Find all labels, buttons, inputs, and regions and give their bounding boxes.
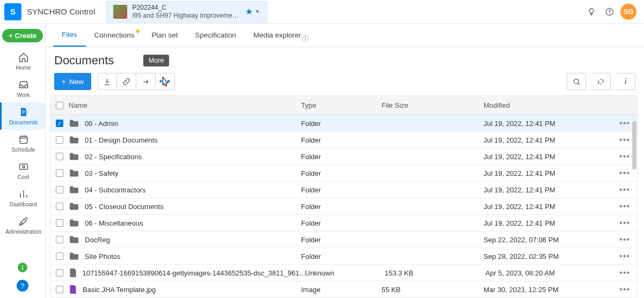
row-type: Folder <box>301 136 382 144</box>
svg-rect-5 <box>20 136 27 143</box>
row-type: Image <box>301 286 382 294</box>
folder-icon <box>69 169 79 177</box>
row-modified: Jul 19, 2022, 12:41 PM <box>484 153 612 161</box>
sidebar-item-schedule[interactable]: Schedule <box>0 130 45 157</box>
svg-rect-4 <box>21 113 24 114</box>
folder-icon <box>69 185 79 194</box>
sidebar-item-label: Schedule <box>12 146 35 153</box>
row-more-button[interactable]: ••• <box>619 135 630 145</box>
table-row[interactable]: 05 - Closeout DocumentsFolderJul 19, 202… <box>50 198 637 215</box>
row-checkbox[interactable] <box>56 186 63 193</box>
row-checkbox[interactable] <box>56 153 63 160</box>
row-checkbox[interactable] <box>56 236 63 243</box>
row-checkbox[interactable] <box>56 219 63 227</box>
create-button[interactable]: + Create <box>2 29 43 42</box>
download-button[interactable] <box>98 73 117 90</box>
sidebar-item-home[interactable]: Home <box>0 48 45 75</box>
row-checkbox[interactable] <box>56 252 63 260</box>
row-type: Folder <box>301 120 382 128</box>
link-icon <box>122 78 130 86</box>
sidebar-item-documents[interactable]: Documents <box>0 102 45 130</box>
row-more-button[interactable]: ••• <box>619 285 630 294</box>
table-row[interactable]: DocRegFolderSep 22, 2022, 07:06 PM••• <box>50 232 637 248</box>
table-row[interactable]: 06 - MiscellaneousFolderJul 19, 2022, 12… <box>50 215 637 232</box>
table-row[interactable]: 02 - SpecificationsFolderJul 19, 2022, 1… <box>50 148 637 165</box>
sidebar-item-dashboard[interactable]: Dashboard <box>0 184 45 212</box>
lightbulb-icon[interactable] <box>584 4 599 19</box>
col-size[interactable]: File Size <box>382 101 484 109</box>
scrollbar[interactable] <box>632 121 636 169</box>
table-row[interactable]: Site PhotosFolderSep 28, 2022, 02:35 PM•… <box>50 248 637 265</box>
plus-icon: + <box>9 32 13 40</box>
sidebar-item-work[interactable]: Work <box>0 75 45 102</box>
star-icon[interactable]: ★ <box>245 6 253 17</box>
chevron-down-icon[interactable]: ▼ <box>255 9 260 14</box>
row-more-button[interactable]: ••• <box>619 185 630 195</box>
col-modified[interactable]: Modified <box>484 101 612 109</box>
cost-icon <box>18 161 29 172</box>
col-type[interactable]: Type <box>301 101 382 109</box>
tab-planset[interactable]: Plan set <box>143 24 187 47</box>
tab-label: Connections <box>94 31 135 39</box>
row-checkbox[interactable] <box>56 269 63 277</box>
table-row[interactable]: 01 - Design DocumentsFolderJul 19, 2022,… <box>50 132 637 148</box>
file-icon <box>69 267 77 278</box>
sidebar-item-administration[interactable]: Administration <box>0 212 45 239</box>
row-checkbox[interactable]: ✓ <box>56 120 63 127</box>
sidebar-item-label: Documents <box>9 119 38 125</box>
new-button[interactable]: + New <box>54 73 91 90</box>
row-checkbox[interactable] <box>56 136 63 144</box>
row-checkbox[interactable] <box>56 169 63 177</box>
help-icon[interactable] <box>602 4 617 19</box>
row-more-button[interactable]: ••• <box>619 251 630 261</box>
user-avatar[interactable]: SG <box>620 4 636 20</box>
sidebar-item-label: Work <box>17 92 30 98</box>
col-name[interactable]: Name <box>69 101 301 109</box>
project-description: I95 and SH97 Highway Improvemen... <box>133 12 241 19</box>
app-logo[interactable]: S <box>4 3 21 20</box>
project-selector[interactable]: P202244_C I95 and SH97 Highway Improveme… <box>106 1 267 23</box>
notification-badge[interactable]: 1 <box>18 263 27 272</box>
row-more-button[interactable]: ••• <box>619 152 630 161</box>
calendar-icon <box>18 134 29 145</box>
table-row[interactable]: ✓00 - AdminFolderJul 19, 2022, 12:41 PM•… <box>50 115 637 132</box>
move-button[interactable] <box>136 73 156 90</box>
table-row[interactable]: 107155947-1669153890614-gettyimages-1443… <box>50 265 637 281</box>
inbox-icon <box>18 79 29 90</box>
link-button[interactable] <box>117 73 136 90</box>
table-row[interactable]: 04 - SubcontractorsFolderJul 19, 2022, 1… <box>50 182 637 198</box>
row-checkbox[interactable] <box>56 286 63 293</box>
help-button[interactable]: ? <box>17 280 28 292</box>
search-button[interactable] <box>567 73 586 90</box>
row-name: 03 - Safety <box>85 169 119 177</box>
folder-icon <box>69 252 79 260</box>
sidebar-item-label: Cost <box>18 174 30 180</box>
left-rail: + Create Home Work Documents Schedule Co… <box>0 24 46 298</box>
table-row[interactable]: Basic JHA Template.jpgImage55 KBMar 30, … <box>50 281 637 298</box>
table-row[interactable]: 03 - SafetyFolderJul 19, 2022, 12:41 PM•… <box>50 165 637 182</box>
row-checkbox[interactable] <box>56 203 63 210</box>
row-more-button[interactable]: ••• <box>619 168 630 178</box>
notification-count: 1 <box>21 264 24 271</box>
main-panel: Files Connections◆ Plan set Specificatio… <box>46 24 644 298</box>
more-button[interactable]: ••• <box>156 73 175 90</box>
row-more-button[interactable]: ••• <box>619 235 630 244</box>
row-name: 04 - Subcontractors <box>85 186 145 194</box>
row-more-button[interactable]: ••• <box>619 268 630 278</box>
row-more-button[interactable]: ••• <box>619 218 630 228</box>
tab-files[interactable]: Files <box>53 24 86 47</box>
recycle-button[interactable] <box>591 73 611 90</box>
folder-icon <box>69 235 79 244</box>
sidebar-item-cost[interactable]: Cost <box>0 157 45 184</box>
select-all-checkbox[interactable] <box>56 102 63 109</box>
svg-point-1 <box>610 13 610 13</box>
project-texts: P202244_C I95 and SH97 Highway Improveme… <box>133 4 241 19</box>
row-more-button[interactable]: ••• <box>619 202 630 211</box>
row-modified: Jul 19, 2022, 12:41 PM <box>484 219 612 227</box>
row-more-button[interactable]: ••• <box>619 118 630 128</box>
tab-media-explorer[interactable]: Media exploreri <box>245 24 317 47</box>
info-button[interactable]: i <box>616 73 635 90</box>
tab-connections[interactable]: Connections◆ <box>86 24 143 47</box>
row-modified: Jul 19, 2022, 12:41 PM <box>484 169 612 177</box>
tab-specification[interactable]: Specification <box>186 24 245 47</box>
